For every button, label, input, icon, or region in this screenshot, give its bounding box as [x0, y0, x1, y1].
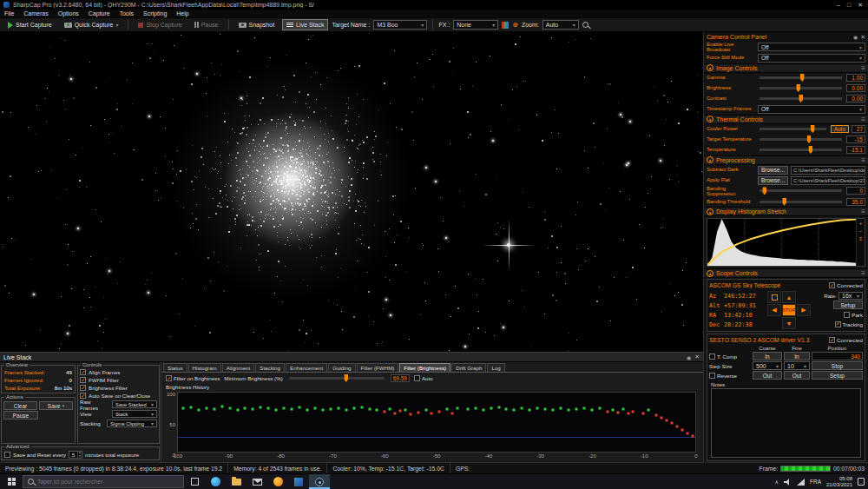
coarse-in-button[interactable]: In: [753, 352, 782, 360]
apply-flat-path[interactable]: C:\Users\SharkFleet\Desktop\21_2...: [791, 176, 865, 185]
hist-zoom-in-icon[interactable]: +: [859, 221, 863, 226]
collapse-icon[interactable]: ▴: [707, 116, 713, 122]
min-brightness-value[interactable]: 69.59: [391, 374, 410, 382]
display-histogram[interactable]: +−≡: [707, 218, 865, 267]
menu-file[interactable]: File: [4, 10, 14, 17]
section-image-controls[interactable]: ▴ Image Controls ≡: [704, 63, 868, 73]
tracking-checkbox[interactable]: Tracking: [835, 321, 864, 327]
taskbar-search[interactable]: [23, 475, 184, 488]
live-image-view[interactable]: [0, 32, 703, 352]
live-stack-button[interactable]: Live Stack: [282, 19, 328, 30]
menu-scripting[interactable]: Scripting: [143, 10, 167, 17]
banding-suppression-slider[interactable]: [760, 189, 842, 192]
banding-suppression-value[interactable]: 0: [846, 187, 865, 195]
collapse-icon[interactable]: ▴: [707, 270, 713, 277]
auto-brightness-checkbox[interactable]: Auto: [414, 375, 433, 381]
collapse-icon[interactable]: ▴: [707, 156, 713, 163]
slew-down-button[interactable]: ▼: [782, 317, 796, 329]
slider-thumb[interactable]: [344, 374, 348, 382]
fine-in-button[interactable]: In: [784, 352, 810, 360]
notes-field[interactable]: [711, 388, 861, 458]
menu-help[interactable]: Help: [176, 10, 188, 17]
raw-frames-select[interactable]: Save Stacked: [112, 400, 157, 408]
save-button[interactable]: Save ▾: [39, 401, 73, 410]
tab-status[interactable]: Status: [163, 363, 187, 372]
start-capture-button[interactable]: Start Capture: [3, 19, 56, 30]
section-menu-icon[interactable]: ≡: [861, 208, 865, 215]
quick-capture-button[interactable]: Quick Capture ▾: [60, 19, 123, 30]
hist-menu-icon[interactable]: ≡: [859, 236, 863, 241]
target-name-select[interactable]: M3 Boo: [373, 20, 427, 30]
hist-zoom-out-icon[interactable]: −: [859, 228, 863, 234]
notification-center-icon[interactable]: [858, 478, 865, 486]
gamma-slider[interactable]: [760, 76, 842, 79]
control-checkbox-align-frames[interactable]: Align Frames: [80, 368, 157, 376]
control-checkbox-brightness-filter[interactable]: Brightness Filter: [80, 384, 157, 392]
magnifier-icon[interactable]: [582, 22, 589, 28]
tab-stacking[interactable]: Stacking: [255, 363, 285, 372]
slew-stop-button[interactable]: STOP: [782, 304, 796, 316]
scope-connected-checkbox[interactable]: Connected: [829, 282, 863, 288]
banding-threshold-slider[interactable]: [760, 201, 842, 203]
force-still-select[interactable]: Off: [758, 54, 865, 63]
filter-on-brightness-checkbox[interactable]: Filter on Brightness: [166, 375, 220, 381]
subtract-dark-browse-button[interactable]: Browse...: [758, 166, 788, 175]
tab-histogram[interactable]: Histogram: [188, 363, 221, 372]
slew-right-button[interactable]: ▶: [797, 304, 811, 316]
reticle-icon[interactable]: ⊕: [512, 22, 518, 29]
search-input[interactable]: [37, 479, 179, 485]
section-preprocessing[interactable]: ▴ Preprocessing ≡: [704, 155, 868, 165]
pin-icon[interactable]: ◉: [687, 354, 691, 360]
fine-step-select[interactable]: 10: [784, 361, 810, 370]
stacking-select[interactable]: Sigma Clipping: [107, 420, 157, 427]
panel-close-icon[interactable]: ✕: [694, 354, 700, 360]
histogram-icon[interactable]: [502, 22, 509, 29]
menu-options[interactable]: Options: [58, 10, 79, 17]
tab-log[interactable]: Log: [487, 363, 504, 372]
cooler-power-slider[interactable]: [760, 128, 826, 130]
tab-filter-fwhm-[interactable]: Filter (FWHM): [357, 363, 399, 372]
fine-out-button[interactable]: Out: [784, 371, 810, 380]
taskbar-clock[interactable]: 05:08 21/03/2021: [826, 476, 852, 488]
tab-filter-brightness-[interactable]: Filter (Brightness): [399, 363, 450, 372]
pin-icon[interactable]: ◉: [853, 34, 858, 40]
park-checkbox[interactable]: Park: [844, 312, 863, 318]
volume-icon[interactable]: [784, 479, 792, 486]
section-menu-icon[interactable]: ≡: [861, 269, 865, 277]
reverse-checkbox[interactable]: Reverse: [709, 373, 751, 379]
taskbar-photos[interactable]: [288, 474, 309, 489]
menu-cameras[interactable]: Cameras: [23, 10, 48, 17]
minimize-button[interactable]: –: [837, 2, 840, 9]
min-brightness-slider[interactable]: [289, 377, 385, 380]
minutes-stepper[interactable]: 5 ▴▾: [69, 451, 82, 459]
tab-alignment[interactable]: Alignment: [222, 363, 255, 372]
section-menu-icon[interactable]: ≡: [861, 156, 865, 164]
language-indicator[interactable]: FRA: [810, 479, 821, 485]
stop-capture-button[interactable]: Stop Capture: [134, 19, 186, 30]
brightness-slider[interactable]: [760, 87, 842, 89]
broadcast-select[interactable]: Off: [758, 43, 865, 51]
slew-left-button[interactable]: ◀: [767, 304, 781, 316]
slew-up-button[interactable]: ▲: [782, 291, 796, 303]
banding-threshold-value[interactable]: 35.0: [846, 198, 865, 206]
maximize-button[interactable]: □: [847, 2, 851, 9]
cooler-power-value[interactable]: 27: [852, 125, 865, 133]
taskbar-firefox[interactable]: [267, 474, 288, 489]
apply-flat-browse-button[interactable]: Browse...: [758, 176, 788, 185]
focuser-setup-button[interactable]: Setup: [812, 371, 863, 380]
cooler-auto-button[interactable]: Auto: [831, 125, 849, 133]
focuser-stop-button[interactable]: Stop: [812, 361, 863, 370]
section-menu-icon[interactable]: ≡: [861, 116, 865, 123]
view-select[interactable]: Stack: [112, 410, 157, 418]
pause-stack-button[interactable]: Pause: [3, 411, 38, 420]
tcomp-checkbox[interactable]: T. Comp: [709, 354, 751, 360]
section-menu-icon[interactable]: ≡: [861, 64, 865, 72]
rate-select[interactable]: 16x: [838, 292, 863, 300]
collapse-icon[interactable]: ▴: [707, 208, 713, 215]
taskbar-edge[interactable]: [205, 474, 226, 489]
control-checkbox-fwhm-filter[interactable]: FWHM Filter: [80, 376, 157, 384]
frame-icon[interactable]: [767, 291, 781, 303]
start-button[interactable]: [0, 474, 23, 489]
section-display-histogram[interactable]: ▴ Display Histogram Stretch ≡: [704, 207, 868, 216]
gamma-value[interactable]: 1.00: [846, 74, 865, 82]
